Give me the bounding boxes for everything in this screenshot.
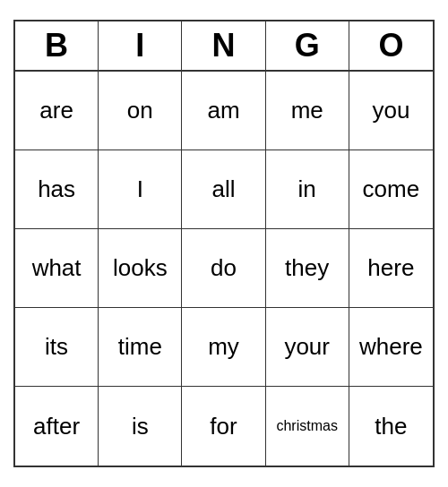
header-letter-i: I — [99, 21, 182, 70]
bingo-cell-7[interactable]: all — [182, 150, 265, 229]
bingo-header: BINGO — [15, 21, 433, 72]
bingo-cell-16[interactable]: time — [99, 308, 182, 387]
header-letter-o: O — [349, 21, 433, 70]
header-letter-g: G — [266, 21, 349, 70]
bingo-card: BINGO areonammeyouhasIallincomewhatlooks… — [13, 20, 435, 467]
bingo-cell-5[interactable]: has — [15, 150, 99, 229]
bingo-cell-14[interactable]: here — [349, 229, 433, 308]
bingo-cell-3[interactable]: me — [266, 72, 349, 150]
bingo-cell-10[interactable]: what — [15, 229, 99, 308]
bingo-cell-17[interactable]: my — [182, 308, 265, 387]
bingo-cell-8[interactable]: in — [266, 150, 349, 229]
bingo-cell-24[interactable]: the — [349, 387, 433, 466]
bingo-cell-23[interactable]: christmas — [266, 387, 349, 466]
bingo-cell-6[interactable]: I — [99, 150, 182, 229]
bingo-cell-21[interactable]: is — [99, 387, 182, 466]
bingo-cell-1[interactable]: on — [99, 72, 182, 150]
bingo-cell-0[interactable]: are — [15, 72, 99, 150]
bingo-grid: areonammeyouhasIallincomewhatlooksdothey… — [15, 72, 433, 466]
header-letter-n: N — [182, 21, 265, 70]
bingo-cell-18[interactable]: your — [266, 308, 349, 387]
bingo-cell-4[interactable]: you — [349, 72, 433, 150]
bingo-cell-15[interactable]: its — [15, 308, 99, 387]
bingo-cell-2[interactable]: am — [182, 72, 265, 150]
bingo-cell-13[interactable]: they — [266, 229, 349, 308]
bingo-cell-19[interactable]: where — [349, 308, 433, 387]
bingo-cell-22[interactable]: for — [182, 387, 265, 466]
bingo-cell-11[interactable]: looks — [99, 229, 182, 308]
bingo-cell-12[interactable]: do — [182, 229, 265, 308]
bingo-cell-20[interactable]: after — [15, 387, 99, 466]
header-letter-b: B — [15, 21, 99, 70]
bingo-cell-9[interactable]: come — [349, 150, 433, 229]
